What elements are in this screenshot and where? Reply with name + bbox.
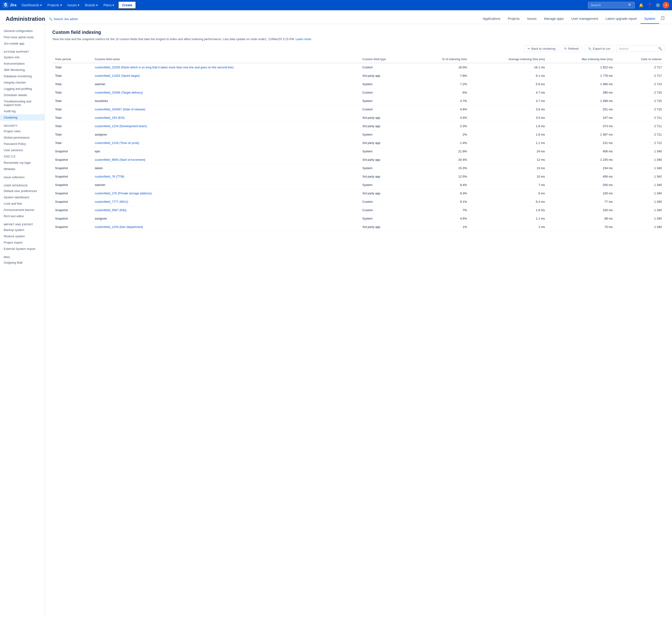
cell-pct: 4.6% bbox=[413, 214, 470, 222]
tab-applications[interactable]: Applications bbox=[479, 14, 504, 24]
admin-search-link[interactable]: 🔍 Search Jira admin bbox=[49, 17, 78, 21]
cell-calls: 2 711 bbox=[615, 113, 665, 122]
content-desc: View the total and the snapshot metrics … bbox=[52, 37, 665, 41]
sidebar-item-instrumentation[interactable]: Instrumentation bbox=[0, 61, 44, 67]
tab-issues[interactable]: Issues bbox=[524, 14, 540, 24]
sidebar-item-user-prefs[interactable]: Default user preferences bbox=[0, 188, 44, 194]
cell-max: 247 ms bbox=[548, 113, 615, 122]
sidebar-item-remember-login[interactable]: Remember my login bbox=[0, 160, 44, 166]
cell-avg: 1.8 ms bbox=[470, 122, 548, 130]
nav-search-input[interactable] bbox=[591, 3, 626, 7]
projects-nav[interactable]: Projects ▾ bbox=[45, 2, 64, 8]
cell-avg: 10 ms bbox=[470, 172, 548, 181]
field-name-link[interactable]: customfield_23456 (Target delivery) bbox=[95, 91, 143, 94]
help-icon[interactable]: ❓ bbox=[646, 1, 653, 9]
sidebar-item-system-info[interactable]: System info bbox=[0, 54, 44, 61]
sidebar-item-clustering[interactable]: Clustering bbox=[0, 114, 44, 120]
cell-time-period: Total bbox=[52, 139, 92, 147]
dashboards-nav[interactable]: Dashboards ▾ bbox=[19, 2, 44, 8]
back-to-clustering-button[interactable]: ↩ Back to clustering bbox=[525, 45, 559, 52]
field-name-link[interactable]: customfield_276 (Private storage address… bbox=[95, 192, 152, 195]
field-name: assignee bbox=[95, 133, 107, 136]
cell-field-type: Custom bbox=[360, 206, 413, 214]
cell-calls: 1 342 bbox=[615, 172, 665, 181]
table-search-input[interactable] bbox=[619, 47, 656, 50]
learn-more-link[interactable]: Learn more bbox=[296, 37, 311, 41]
sidebar-item-password-policy[interactable]: Password Policy bbox=[0, 141, 44, 147]
settings-icon[interactable]: ⚙️ bbox=[654, 1, 662, 9]
sidebar-item-sso[interactable]: SSO 2.0 bbox=[0, 153, 44, 160]
table-row: Total customfield_2134 (Time on prod) 3r… bbox=[52, 139, 665, 147]
cell-pct: 8.4% bbox=[413, 181, 470, 189]
tab-user-management[interactable]: User management bbox=[568, 14, 602, 24]
cell-max: 1 235 ms bbox=[548, 156, 615, 164]
notifications-icon[interactable]: 🔔 bbox=[637, 1, 645, 9]
sidebar-item-look-feel[interactable]: Look and feel bbox=[0, 200, 44, 207]
tab-manage-apps[interactable]: Manage apps bbox=[540, 14, 568, 24]
field-name-link[interactable]: customfield_1234 (Development team) bbox=[95, 124, 147, 128]
tab-system[interactable]: System bbox=[640, 14, 659, 24]
field-name-link[interactable]: customfield_5567 (R&I) bbox=[95, 208, 127, 212]
export-csv-button[interactable]: 📎 Export to csv bbox=[585, 45, 613, 52]
tab-upgrade-report[interactable]: Latest upgrade report bbox=[602, 14, 640, 24]
nav-search-box[interactable]: 🔍 bbox=[588, 2, 635, 8]
sidebar-item-user-sessions[interactable]: User sessions bbox=[0, 147, 44, 153]
col-avg-indexing: Average indexing time (ms) bbox=[470, 56, 548, 63]
refresh-button[interactable]: ↻ Refresh bbox=[561, 45, 582, 52]
sidebar-item-system-dashboard[interactable]: System dashboard bbox=[0, 194, 44, 200]
back-icon: ↩ bbox=[528, 47, 530, 50]
create-button[interactable]: Create bbox=[118, 1, 136, 9]
field-name-link[interactable]: customfield_234567 (Date of release) bbox=[95, 108, 145, 111]
sidebar-item-mobile-app[interactable]: Jira mobile app bbox=[0, 40, 44, 47]
sidebar-item-issue-collectors[interactable]: Issue collectors bbox=[0, 174, 44, 180]
sidebar-item-integrity[interactable]: Integrity checker bbox=[0, 79, 44, 85]
cell-pct: 8.1% bbox=[413, 197, 470, 206]
cell-max: 1 367 ms bbox=[548, 130, 615, 139]
cell-max: 231 ms bbox=[548, 139, 615, 147]
sidebar-item-scheduler[interactable]: Scheduler details bbox=[0, 92, 44, 98]
cell-time-period: Total bbox=[52, 97, 92, 105]
sidebar-item-troubleshooting[interactable]: Troubleshooting and support tools bbox=[0, 98, 44, 108]
tab-projects[interactable]: Projects bbox=[504, 14, 524, 24]
sidebar-item-restore[interactable]: Restore system bbox=[0, 233, 44, 239]
sidebar-item-announcement[interactable]: Announcement banner bbox=[0, 207, 44, 213]
table-row: Snapshot epic System 21.9% 24 ms 456 ms … bbox=[52, 147, 665, 156]
boards-nav[interactable]: Boards ▾ bbox=[82, 2, 100, 8]
sidebar-item-project-roles[interactable]: Project roles bbox=[0, 128, 44, 134]
cell-avg: 3.6 ms bbox=[470, 105, 548, 113]
sidebar-item-whitelist[interactable]: Whitelist bbox=[0, 166, 44, 172]
cell-max: 280 ms bbox=[548, 88, 615, 97]
app-logo[interactable]: Jira bbox=[3, 2, 16, 8]
field-name-link[interactable]: customfield_2134 (Time on prod) bbox=[95, 141, 139, 145]
field-name-link[interactable]: customfield_15200 (Rank which is so long… bbox=[95, 66, 234, 69]
field-name-link[interactable]: customfield_9945 (Start of increment) bbox=[95, 158, 145, 162]
sidebar-item-project-import[interactable]: Project import bbox=[0, 239, 44, 246]
cell-time-period: Snapshot bbox=[52, 197, 92, 206]
issues-nav[interactable]: Issues ▾ bbox=[65, 2, 82, 8]
sidebar-item-logging[interactable]: Logging and profiling bbox=[0, 85, 44, 92]
sidebar-item-backup[interactable]: Backup system bbox=[0, 227, 44, 233]
sidebar-item-database[interactable]: Database monitoring bbox=[0, 73, 44, 79]
table-row: Snapshot customfield_9945 (Start of incr… bbox=[52, 156, 665, 164]
sidebar-item-outgoing-mail[interactable]: Outgoing Mail bbox=[0, 260, 44, 266]
sidebar-item-find-tools[interactable]: Find more admin tools bbox=[0, 34, 44, 40]
table-search-box[interactable]: 🔍 bbox=[616, 45, 665, 52]
field-name-link[interactable]: customfield_234 (EIS) bbox=[95, 116, 125, 119]
sidebar-item-audit-log[interactable]: Audit log bbox=[0, 108, 44, 114]
sidebar-item-rich-text[interactable]: Rich text editor bbox=[0, 213, 44, 219]
sidebar-item-jmx[interactable]: JMX Monitoring bbox=[0, 67, 44, 73]
sidebar-section-mail: MAIL bbox=[0, 252, 44, 260]
plans-nav[interactable]: Plans ▾ bbox=[101, 2, 116, 8]
sidebar-item-external-import[interactable]: External System Import bbox=[0, 246, 44, 252]
sidebar-item-general-config[interactable]: General configuration bbox=[0, 28, 44, 34]
cell-time-period: Snapshot bbox=[52, 214, 92, 222]
sidebar-item-global-permissions[interactable]: Global permissions bbox=[0, 134, 44, 141]
field-name-link[interactable]: customfield_7777 (MAU) bbox=[95, 200, 128, 203]
field-name-link[interactable]: customfield_1234 (Dev department) bbox=[95, 225, 143, 229]
field-name-link[interactable]: customfield_11002 (Sprint target) bbox=[95, 74, 139, 77]
admin-header-icon[interactable]: 📋 bbox=[659, 14, 666, 22]
cell-time-period: Snapshot bbox=[52, 147, 92, 156]
field-name-link[interactable]: customfield_76 (TTM) bbox=[95, 175, 124, 178]
avatar[interactable]: J bbox=[663, 2, 669, 8]
cell-field-type: System bbox=[360, 181, 413, 189]
